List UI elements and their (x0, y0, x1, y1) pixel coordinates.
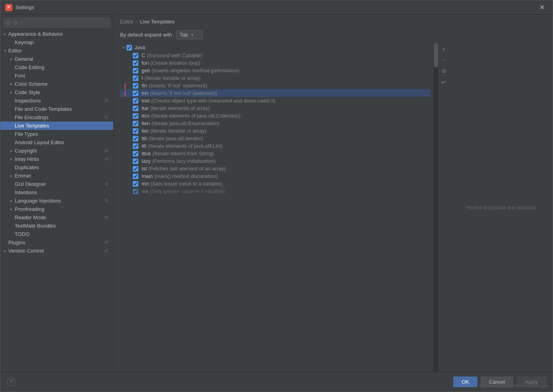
bracket-icon: { (124, 83, 126, 89)
remove-template-button[interactable]: − (439, 55, 449, 65)
sidebar-item-file-types[interactable]: File Types (0, 130, 113, 138)
right-section: + − ⧉ ↩ (433, 43, 553, 372)
template-item-mn[interactable]: mn (Sets lesser value to a variable) (120, 180, 430, 187)
sidebar-item-proofreading[interactable]: Proofreading (0, 205, 113, 213)
sidebar-item-duplicates[interactable]: Duplicates (0, 163, 113, 172)
template-item-ittok[interactable]: ittok (Iterate tokens from String) (120, 150, 430, 157)
sidebar-item-intentions[interactable]: Intentions (0, 188, 113, 197)
sidebar-item-file-encodings[interactable]: File Encodings ⚙ (0, 113, 113, 122)
template-item-itco[interactable]: itco (Iterate elements of java.util.Coll… (120, 112, 430, 120)
template-checkbox-inst[interactable] (133, 98, 138, 104)
copy-template-button[interactable]: ⧉ (439, 66, 449, 76)
template-item-lazy[interactable]: lazy (Performs lazy initialization) (120, 157, 430, 165)
expand-label: By default expand with (120, 32, 172, 38)
breadcrumb-current: Live Templates (140, 19, 174, 25)
sidebar-item-file-code-templates[interactable]: File and Code Templates (0, 105, 113, 113)
template-item-iten[interactable]: iten (Iterate java.util.Enumeration) (120, 120, 430, 127)
sidebar-item-copyright[interactable]: Copyright ⚙ (0, 147, 113, 155)
sidebar-item-appearance[interactable]: Appearance & Behavior (0, 30, 113, 38)
template-abbr: itit (142, 135, 147, 141)
template-item-ifn[interactable]: { ifn (Inserts 'if null' statement) (120, 82, 430, 89)
template-checkbox-itit[interactable] (133, 136, 138, 141)
template-checkbox-inn[interactable] (133, 91, 138, 96)
java-group-name: Java (134, 44, 145, 50)
template-checkbox-main[interactable] (133, 174, 138, 179)
add-template-button[interactable]: + (439, 44, 449, 54)
sidebar-item-todo[interactable]: TODO (0, 230, 113, 238)
template-item-inst[interactable]: inst (Checks object type with instanceof… (120, 97, 430, 104)
sidebar-item-code-editing[interactable]: Code Editing (0, 63, 113, 71)
template-item-C[interactable]: C (Surround with Callable) (120, 52, 430, 59)
template-desc: (Iterate java.util.Iterator) (148, 135, 203, 141)
right-toolbar: + − ⧉ ↩ (438, 43, 449, 372)
template-checkbox-iter[interactable] (133, 128, 138, 134)
template-checkbox-itli[interactable] (133, 143, 138, 149)
sidebar-item-general[interactable]: General (0, 55, 113, 63)
template-desc: (Sets lesser value to a variable) (150, 181, 223, 187)
sidebar-item-reader-mode[interactable]: Reader Mode ⚙ (0, 213, 113, 222)
sidebar-item-live-templates[interactable]: Live Templates (0, 122, 113, 130)
template-desc: (Iterate elements of java.util.List) (148, 143, 223, 149)
sidebar-item-code-style[interactable]: Code Style (0, 88, 113, 97)
sidebar-item-gui-designer[interactable]: GUI Designer ⚙ (0, 180, 113, 188)
template-item-lst[interactable]: lst (Fetches last element of an array) (120, 165, 430, 172)
template-item-inn[interactable]: { inn (Inserts 'if not null' statement) (120, 89, 430, 97)
gear-icon: ⚙ (105, 240, 110, 245)
template-checkbox-mn[interactable] (133, 181, 138, 187)
template-checkbox-ittok[interactable] (133, 151, 138, 156)
close-button[interactable]: ✕ (536, 2, 548, 13)
sidebar-item-textmate-bundles[interactable]: TextMate Bundles (0, 222, 113, 230)
expand-dropdown[interactable]: Tab ▾ (176, 30, 203, 39)
template-checkbox-fori[interactable] (133, 60, 138, 66)
sidebar-item-label: Code Editing (15, 64, 110, 70)
template-checkbox-lazy[interactable] (133, 158, 138, 164)
help-button[interactable]: ? (7, 378, 16, 386)
java-group-header[interactable]: ▾ Java (120, 43, 430, 52)
template-checkbox-itco[interactable] (133, 113, 138, 119)
sidebar-item-color-scheme[interactable]: Color Scheme (0, 80, 113, 88)
template-item-itli[interactable]: itli (Iterate elements of java.util.List… (120, 142, 430, 150)
template-checkbox-ifn[interactable] (133, 83, 138, 89)
template-item-I[interactable]: I (Iterate Iterable or array) (120, 74, 430, 82)
template-item-mx[interactable]: mx (Sets greater value to a variable) (120, 187, 430, 195)
sidebar-item-inspections[interactable]: Inspections ⚙ (0, 97, 113, 105)
sidebar-item-emmet[interactable]: Emmet (0, 172, 113, 180)
template-abbr: lst (142, 166, 147, 172)
template-item-geti[interactable]: geti (Inserts singleton method getInstan… (120, 67, 430, 74)
scrollbar[interactable] (433, 43, 438, 372)
gear-icon: ⚙ (105, 198, 110, 204)
undo-button[interactable]: ↩ (439, 77, 449, 87)
template-item-fori[interactable]: fori (Create iteration loop) (120, 59, 430, 67)
sidebar-item-plugins[interactable]: Plugins ⚙ (0, 238, 113, 247)
bracket-icon: { (124, 90, 126, 97)
right-area: + − ⧉ ↩ (433, 43, 553, 372)
template-desc: (Checks object type with instanceof and … (151, 98, 276, 104)
ok-button[interactable]: OK (453, 377, 477, 387)
java-group-checkbox[interactable] (126, 45, 132, 50)
template-item-main[interactable]: main (main() method declaration) (120, 172, 430, 180)
template-checkbox-I[interactable] (133, 75, 138, 81)
sidebar-item-keymap[interactable]: Keymap (0, 38, 113, 46)
search-input[interactable] (4, 18, 110, 27)
template-checkbox-geti[interactable] (133, 68, 138, 73)
sidebar-item-version-control[interactable]: Version Control ⚙ (0, 247, 113, 255)
template-abbr: iter (142, 128, 149, 134)
template-item-iter[interactable]: iter (Iterate Iterable or array) (120, 127, 430, 135)
sidebar-item-language-injections[interactable]: Language Injections ⚙ (0, 197, 113, 205)
scrollbar-thumb[interactable] (434, 43, 438, 67)
template-checkbox-lst[interactable] (133, 166, 138, 172)
template-checkbox-iten[interactable] (133, 121, 138, 126)
gear-icon: ⚙ (105, 148, 110, 154)
sidebar-item-label: File Types (15, 131, 110, 137)
sidebar-item-android-layout[interactable]: Android Layout Editor (0, 138, 113, 147)
template-item-itar[interactable]: itar (Iterate elements of array) (120, 104, 430, 112)
template-checkbox-itar[interactable] (133, 106, 138, 111)
sidebar-item-label: Live Templates (15, 123, 110, 129)
sidebar-item-inlay-hints[interactable]: Inlay Hints ⚙ (0, 155, 113, 163)
sidebar-item-font[interactable]: Font (0, 71, 113, 80)
template-checkbox-C[interactable] (133, 53, 138, 58)
template-item-itit[interactable]: itit (Iterate java.util.Iterator) (120, 135, 430, 142)
sidebar-item-editor[interactable]: Editor (0, 46, 113, 55)
template-checkbox-mx[interactable] (133, 189, 138, 194)
breadcrumb: Editor › Live Templates (114, 15, 553, 28)
